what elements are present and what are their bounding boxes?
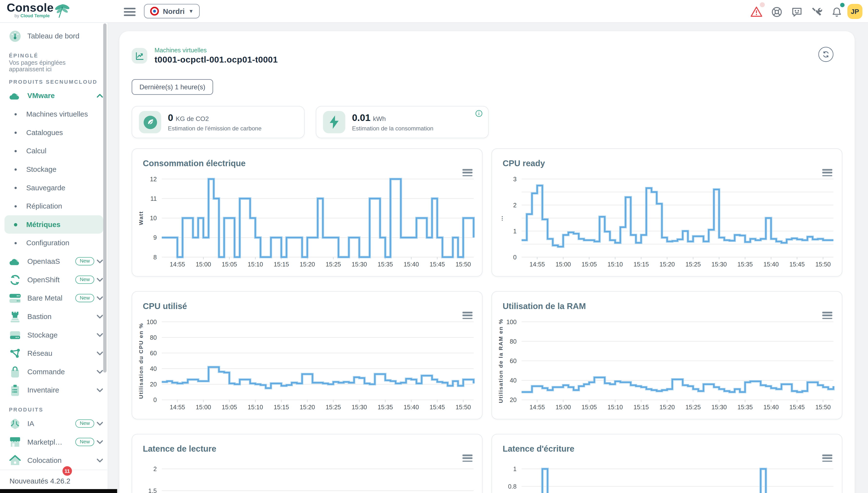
leaf-icon (139, 111, 162, 133)
sidebar-item-label: Métriques (26, 220, 61, 229)
refresh-button[interactable] (818, 47, 833, 62)
sidebar-item-label: Bastion (27, 312, 94, 320)
sidebar: Tableau de bordÉPINGLÉVos pages épinglée… (0, 22, 108, 493)
chart-line-icon (132, 48, 147, 64)
sidebar-item-stockage[interactable]: Stockage (4, 160, 103, 178)
sidebar-item-vmware[interactable]: VMware (0, 86, 108, 105)
organization-selector[interactable]: Nordri ▼ (144, 4, 199, 19)
chevron-down-icon (97, 421, 103, 426)
openiaas-icon (9, 255, 21, 267)
sidebar-item-ia[interactable]: IANew (0, 414, 108, 433)
menu-hamburger-icon[interactable] (123, 5, 136, 19)
organization-name: Nordri (163, 7, 185, 15)
sidebar-item-label: Réseau (27, 349, 94, 358)
svg-text:15:25: 15:25 (685, 404, 701, 410)
svg-text:10: 10 (150, 215, 157, 221)
breadcrumb-category[interactable]: Machines virtuelles (154, 47, 278, 54)
svg-text:15:05: 15:05 (222, 404, 237, 410)
sidebar-item-stockage[interactable]: Stockage (0, 326, 108, 344)
sidebar-item-reseau[interactable]: Réseau (0, 344, 108, 363)
svg-text:0: 0 (513, 254, 516, 261)
sidebar-footer: Nouveautés 4.26.2 11 (0, 470, 107, 489)
new-badge: New (75, 438, 94, 446)
svg-text:100: 100 (147, 319, 157, 325)
svg-text:1: 1 (513, 466, 516, 472)
sidebar-item-sauvegarde[interactable]: Sauvegarde (4, 178, 103, 197)
lifebuoy-icon[interactable] (770, 5, 783, 19)
reseau-icon (9, 347, 21, 359)
avatar-initials: JP (851, 7, 859, 15)
bolt-icon (323, 111, 345, 133)
chart-card-latence-de-lecture: Latence de lecture 00.511.5214:5515:0015… (132, 434, 483, 493)
sidebar-item-bastion[interactable]: Bastion (0, 307, 108, 326)
chart-card-latence-d-ecriture: Latence d'écriture 00.20.40.60.8114:5515… (491, 434, 843, 493)
sidebar-item-commande[interactable]: Commande (0, 363, 108, 381)
chart-plot-cpu-ready: 012314:5515:0015:0515:1015:1515:2015:251… (496, 176, 839, 274)
svg-text:1: 1 (513, 228, 516, 235)
sidebar-item-metriques[interactable]: Métriques (4, 215, 103, 234)
svg-text:15:30: 15:30 (352, 404, 367, 410)
sidebar-item-openshift[interactable]: OpenShiftNew (0, 271, 108, 289)
sidebar-item-openiaas[interactable]: OpenIaaSNew (0, 252, 108, 271)
sidebar-item-marketpl[interactable]: Marketpl…New (0, 433, 108, 451)
svg-text:…: … (497, 215, 504, 221)
bullet-icon (14, 223, 17, 226)
chart-title: Consommation électrique (143, 158, 246, 168)
user-avatar[interactable]: JP (847, 4, 862, 19)
sidebar-item-colocation[interactable]: Colocation (0, 451, 108, 470)
sidebar-item-replication[interactable]: Réplication (4, 197, 103, 215)
svg-text:1.5: 1.5 (148, 487, 157, 493)
charts-grid: Consommation électrique 8910111214:5515:… (132, 148, 843, 493)
sidebar-scrollbar[interactable] (103, 23, 107, 372)
sidebar-item-inventaire[interactable]: Inventaire (0, 381, 108, 399)
tools-icon[interactable] (810, 5, 823, 19)
chart-plot-latence-de-lecture: 00.511.5214:5515:0015:0515:1015:1515:201… (136, 461, 479, 493)
top-bar: Console by Cloud Temple Nordr (0, 0, 868, 23)
co2-value: 0 (168, 113, 173, 123)
chevron-up-icon (97, 93, 103, 98)
svg-text:14:55: 14:55 (529, 404, 545, 410)
sidebar-item-label: IA (27, 419, 72, 428)
bullet-icon (15, 131, 17, 134)
sidebar-item-label: Stockage (26, 165, 57, 173)
svg-text:15:25: 15:25 (326, 261, 341, 268)
svg-text:15:40: 15:40 (404, 261, 419, 268)
chart-title: Utilisation de la RAM (503, 301, 586, 311)
console-logo[interactable]: Console by Cloud Temple (7, 2, 54, 19)
new-badge: New (75, 257, 94, 265)
svg-text:20: 20 (150, 381, 157, 388)
svg-text:14:55: 14:55 (170, 261, 185, 268)
sidebar-item-label: Réplication (26, 202, 62, 210)
sidebar-item-catalogues[interactable]: Catalogues (4, 123, 103, 142)
svg-text:15:20: 15:20 (659, 261, 675, 268)
svg-text:15:50: 15:50 (456, 404, 471, 410)
svg-text:9: 9 (153, 234, 157, 241)
sidebar-item-machines-virtuelles[interactable]: Machines virtuelles (4, 105, 103, 123)
stockage-icon (9, 329, 21, 341)
info-icon[interactable] (475, 110, 483, 119)
chart-card-consommation-electrique: Consommation électrique 8910111214:5515:… (132, 148, 483, 277)
svg-text:15:35: 15:35 (378, 261, 393, 268)
chart-plot-latence-d-ecriture: 00.20.40.60.8114:5515:0015:0515:1015:151… (496, 461, 839, 493)
whats-new-link[interactable]: Nouveautés 4.26.2 (9, 477, 70, 485)
new-badge: New (75, 294, 94, 302)
chart-card-cpu-utilise: CPU utilisé 02040608010014:5515:0015:051… (132, 291, 483, 419)
bullet-icon (15, 113, 17, 115)
chevron-down-icon (97, 277, 103, 282)
tableau-de-bord-icon (9, 30, 21, 42)
energy-unit: kWh (373, 115, 386, 122)
sidebar-item-calcul[interactable]: Calcul (4, 142, 103, 160)
time-range-selector[interactable]: Dernière(s) 1 heure(s) (132, 79, 213, 95)
svg-text:15:15: 15:15 (274, 404, 289, 410)
sidebar-item-bare-metal[interactable]: Bare MetalNew (0, 289, 108, 307)
sidebar-item-tableau-de-bord[interactable]: Tableau de bord (0, 27, 108, 45)
sidebar-item-label: Machines virtuelles (26, 110, 88, 118)
svg-text:Utilisation de la RAM en %: Utilisation de la RAM en % (497, 319, 504, 403)
page-title: t0001-ocpctl-001.ocp01-t0001 (154, 55, 278, 65)
feedback-icon[interactable] (790, 5, 803, 19)
svg-text:15:30: 15:30 (712, 404, 727, 410)
svg-text:11: 11 (150, 195, 157, 202)
svg-text:15:00: 15:00 (555, 261, 571, 268)
sidebar-item-configuration[interactable]: Configuration (4, 234, 103, 252)
sidebar-item-label: Inventaire (27, 386, 94, 394)
